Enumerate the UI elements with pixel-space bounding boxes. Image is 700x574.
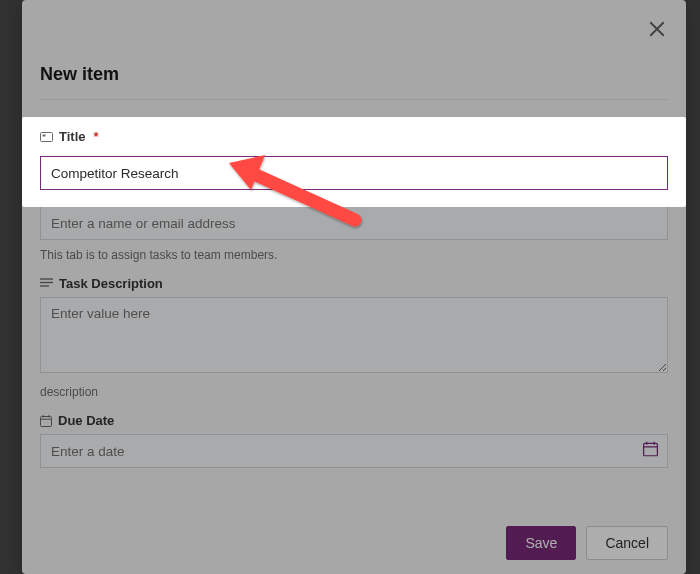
dialog-header bbox=[22, 0, 686, 48]
calendar-picker-icon[interactable] bbox=[643, 442, 658, 461]
assigned-help: This tab is to assign tasks to team memb… bbox=[40, 248, 668, 262]
svg-point-2 bbox=[43, 187, 48, 192]
duedate-field-block: Due Date bbox=[40, 413, 668, 468]
svg-rect-0 bbox=[41, 119, 53, 128]
duedate-input[interactable] bbox=[40, 434, 668, 468]
duedate-label: Due Date bbox=[58, 413, 114, 428]
description-textarea[interactable] bbox=[40, 297, 668, 373]
title-icon bbox=[40, 119, 53, 129]
cancel-button[interactable]: Cancel bbox=[586, 526, 668, 560]
svg-rect-10 bbox=[644, 443, 658, 456]
description-help: description bbox=[40, 385, 668, 399]
description-field-block: Task Description description bbox=[40, 276, 668, 399]
title-field-block: Title * bbox=[40, 116, 668, 171]
new-item-dialog: New item Title * Ass bbox=[22, 0, 686, 574]
svg-rect-6 bbox=[41, 416, 52, 426]
assigned-field-block: Assigned This tab is to assign tasks to … bbox=[40, 185, 668, 262]
person-icon bbox=[40, 186, 52, 199]
page-title: New item bbox=[40, 48, 668, 99]
svg-rect-1 bbox=[43, 121, 46, 123]
required-asterisk: * bbox=[94, 116, 99, 131]
description-label: Task Description bbox=[59, 276, 163, 291]
dialog-footer: Save Cancel bbox=[506, 526, 668, 560]
close-icon bbox=[648, 20, 668, 38]
close-button[interactable] bbox=[648, 20, 668, 40]
save-button[interactable]: Save bbox=[506, 526, 576, 560]
title-input[interactable] bbox=[40, 137, 668, 171]
title-label: Title bbox=[59, 116, 86, 131]
description-icon bbox=[40, 278, 53, 289]
assigned-input[interactable] bbox=[40, 206, 668, 240]
divider bbox=[40, 99, 668, 100]
assigned-label: Assigned bbox=[58, 185, 117, 200]
calendar-icon bbox=[40, 415, 52, 427]
